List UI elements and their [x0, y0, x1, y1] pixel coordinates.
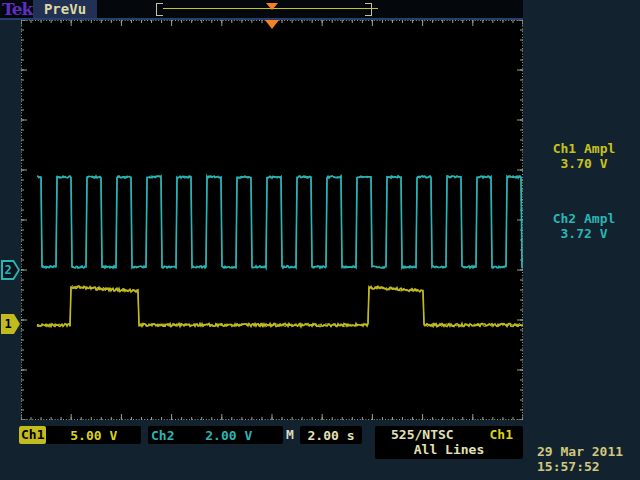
record-view-trigger-position-icon — [266, 3, 278, 10]
ch1-trace — [37, 286, 523, 327]
measurement-value: 3.70 V — [530, 156, 638, 171]
trigger-mode: All Lines — [375, 442, 523, 457]
ch2-scale-value: 2.00 V — [174, 428, 283, 443]
ch1-scale-value: 5.00 V — [46, 428, 141, 443]
ch1-trace — [37, 286, 523, 327]
trigger-source: Ch1 — [490, 427, 513, 442]
tek-logo: Tek — [2, 0, 32, 19]
waveform-svg — [21, 20, 523, 420]
ch2-channel-badge: Ch2 — [148, 428, 174, 443]
time-text: 15:57:52 — [537, 459, 637, 474]
ch2-trace — [37, 176, 523, 268]
measurement-label: Ch1 Ampl — [530, 141, 638, 156]
ch2-ground-marker: 2 — [1, 260, 20, 280]
date-text: 29 Mar 2011 — [537, 444, 637, 459]
ch2-scale-readout: Ch2 2.00 V — [148, 426, 283, 444]
ch1-scale-readout: Ch1 5.00 V — [19, 426, 141, 444]
acquisition-status-badge: PreVu — [33, 0, 97, 18]
ch1-channel-badge: Ch1 — [19, 426, 46, 444]
record-view-right-bracket-icon — [365, 3, 372, 16]
measurement-value: 3.72 V — [530, 226, 638, 241]
datetime-readout: 29 Mar 2011 15:57:52 — [537, 444, 637, 474]
ch1-ground-marker-label: 1 — [1, 314, 15, 334]
record-view-left-bracket-icon — [156, 3, 163, 16]
timebase-badge: M — [286, 426, 294, 444]
timebase-value: 2.00 s — [308, 428, 355, 443]
top-status-bar: Tek PreVu — [0, 0, 523, 18]
measurement-ch2-ampl: Ch2 Ampl 3.72 V — [530, 211, 638, 241]
measurement-label: Ch2 Ampl — [530, 211, 638, 226]
ch2-trace — [37, 176, 523, 268]
ch1-ground-marker: 1 — [1, 314, 20, 334]
graticule-area — [21, 20, 523, 420]
oscilloscope-screen: Tek PreVu 2 1 Ch1 Ampl 3.70 V Ch2 Ampl 3… — [0, 0, 640, 480]
measurement-ch1-ampl: Ch1 Ampl 3.70 V — [530, 141, 638, 171]
trigger-position-marker — [265, 20, 279, 29]
trigger-readout: 525/NTSC Ch1 All Lines — [375, 426, 523, 459]
trigger-standard: 525/NTSC — [391, 427, 454, 442]
ch2-ground-marker-label: 2 — [1, 260, 15, 280]
timebase-readout: 2.00 s — [300, 426, 362, 444]
